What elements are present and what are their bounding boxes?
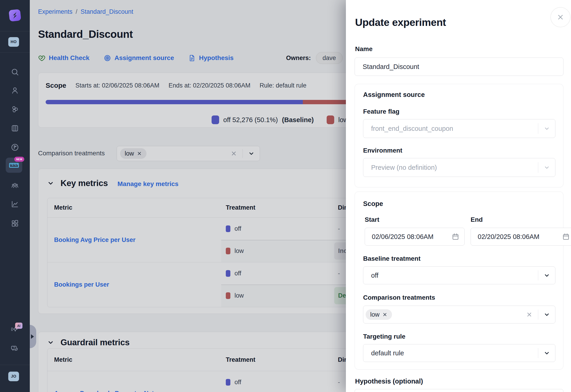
- modal-overlay[interactable]: [30, 0, 346, 392]
- user-avatar[interactable]: JO: [8, 372, 19, 381]
- scope-title: Scope: [363, 200, 383, 208]
- chip-remove-icon[interactable]: [382, 312, 387, 317]
- new-badge: NEW: [14, 157, 24, 162]
- sidebar-divider: [0, 31, 30, 31]
- start-label: Start: [365, 216, 379, 223]
- chevron-down-icon[interactable]: [538, 272, 555, 279]
- hypothesis-textarea[interactable]: [355, 389, 563, 392]
- comparison-treatments-select[interactable]: low: [363, 306, 556, 323]
- baseline-treatment-select[interactable]: off: [363, 266, 556, 284]
- update-experiment-panel: Update experiment Name Standard_Discount…: [346, 0, 571, 392]
- baseline-treatment-label: Baseline treatment: [363, 255, 421, 262]
- close-button[interactable]: [550, 7, 571, 27]
- baseline-treatment-value: off: [363, 272, 378, 279]
- name-input[interactable]: Standard_Discount: [355, 57, 563, 76]
- targeting-rule-value: default rule: [363, 350, 404, 357]
- help-chat-icon[interactable]: ?: [0, 343, 30, 355]
- calendar-icon[interactable]: [452, 233, 459, 240]
- calendar-icon[interactable]: [562, 233, 570, 240]
- svg-text:?: ?: [13, 346, 15, 350]
- feature-flag-label: Feature flag: [363, 108, 400, 115]
- user-icon[interactable]: [0, 84, 30, 97]
- start-date-input[interactable]: 02/06/2025 08:06AM: [365, 228, 465, 246]
- columns-board-icon[interactable]: [0, 122, 30, 135]
- ruler-metrics-icon[interactable]: [9, 162, 19, 169]
- environment-label: Environment: [363, 147, 402, 154]
- targeting-rule-label: Targeting rule: [363, 333, 405, 340]
- people-group-icon[interactable]: [0, 179, 30, 192]
- feature-flag-select[interactable]: front_end_discount_coupon: [363, 119, 556, 138]
- search-icon[interactable]: [0, 66, 30, 78]
- name-value: Standard_Discount: [363, 63, 419, 70]
- sidebar-divider: [0, 52, 30, 53]
- end-date-input[interactable]: 02/20/2025 08:06AM: [471, 228, 571, 246]
- line-chart-icon[interactable]: [0, 198, 30, 210]
- chevron-down-icon[interactable]: [538, 350, 555, 356]
- chevron-down-icon[interactable]: [538, 165, 555, 171]
- chip-label: low: [370, 311, 380, 318]
- clear-selection-icon[interactable]: [526, 311, 532, 318]
- app-logo-icon[interactable]: [9, 9, 21, 22]
- hypothesis-optional-label: Hypothesis (optional): [355, 378, 423, 385]
- sidebar: HO NEW A: [0, 0, 30, 392]
- feature-flags-hexagons-icon[interactable]: [0, 103, 30, 116]
- chevron-down-icon[interactable]: [538, 312, 555, 318]
- environment-value: Preview (no definition): [363, 164, 437, 171]
- start-date-value: 02/06/2025 08:06AM: [372, 233, 433, 240]
- environment-select[interactable]: Preview (no definition): [363, 158, 556, 177]
- assignment-source-card: Assignment source Feature flag front_end…: [355, 84, 563, 187]
- workspace-badge[interactable]: HO: [8, 37, 19, 47]
- ai-sparkle-icon[interactable]: [0, 323, 30, 336]
- flag-circle-icon[interactable]: [0, 141, 30, 154]
- feature-flag-value: front_end_discount_coupon: [363, 125, 453, 132]
- comparison-treatments-label: Comparison treatments: [363, 294, 435, 301]
- screen: HO NEW A: [0, 0, 571, 392]
- assignment-source-title: Assignment source: [363, 91, 425, 98]
- name-label: Name: [355, 45, 372, 53]
- end-date-value: 02/20/2025 08:06AM: [478, 233, 539, 240]
- ai-badge: AI: [15, 322, 22, 329]
- scope-card: Scope Start End 02/06/2025 08:06AM 02/20…: [355, 192, 563, 370]
- treatment-chip-low[interactable]: low: [366, 309, 392, 320]
- targeting-rule-select[interactable]: default rule: [363, 344, 556, 362]
- close-icon: [557, 13, 564, 21]
- end-label: End: [471, 216, 483, 223]
- sidebar-divider: [0, 365, 30, 365]
- panel-title: Update experiment: [355, 16, 446, 28]
- chevron-down-icon[interactable]: [538, 126, 555, 132]
- dashboard-grid-icon[interactable]: [0, 217, 30, 230]
